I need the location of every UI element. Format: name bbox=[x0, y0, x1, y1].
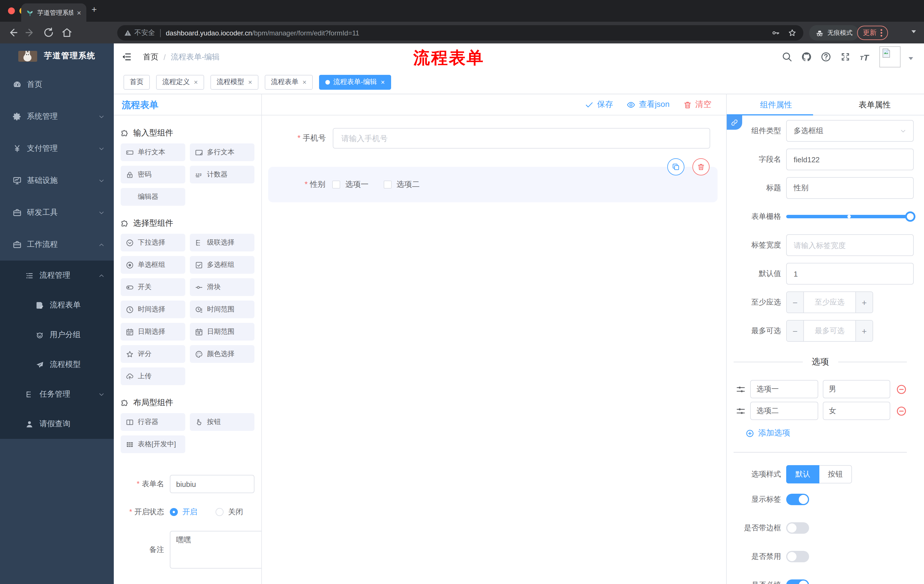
reload-icon[interactable] bbox=[43, 27, 54, 38]
component-date-picker[interactable]: 日期选择 bbox=[120, 323, 185, 341]
sidebar-logo[interactable]: 芋道管理系统 bbox=[0, 43, 114, 69]
sidebar-item-process-form[interactable]: 流程表单 bbox=[0, 290, 114, 320]
component-counter[interactable]: 123计数器 bbox=[190, 166, 254, 183]
sidebar-item-home[interactable]: 首页 bbox=[0, 69, 114, 100]
status-on-radio[interactable]: 开启 bbox=[170, 507, 197, 517]
checkbox[interactable] bbox=[383, 181, 391, 189]
sidebar-item-process-management[interactable]: 流程管理 bbox=[0, 261, 114, 290]
option-value-input[interactable] bbox=[823, 380, 890, 398]
remark-textarea[interactable]: 嘿嘿 bbox=[170, 531, 262, 569]
back-icon[interactable] bbox=[7, 27, 18, 38]
chevron-down-icon[interactable] bbox=[911, 30, 916, 33]
tag-close-icon[interactable]: × bbox=[381, 78, 385, 86]
show-label-toggle[interactable] bbox=[786, 494, 809, 505]
breadcrumb-home[interactable]: 首页 bbox=[143, 52, 158, 62]
component-color-picker[interactable]: 颜色选择 bbox=[190, 345, 254, 363]
tag-process-model[interactable]: 流程模型 × bbox=[210, 74, 259, 89]
component-upload[interactable]: 上传 bbox=[120, 367, 185, 385]
gender-option-1[interactable]: 选项一 bbox=[332, 179, 368, 190]
component-table[interactable]: 表格[开发中] bbox=[120, 436, 185, 453]
tag-process-definition[interactable]: 流程定义 × bbox=[156, 74, 204, 89]
stepper-placeholder[interactable]: 最多可选 bbox=[804, 321, 855, 341]
sidebar-item-payment[interactable]: 支付管理 bbox=[0, 133, 114, 165]
tag-close-icon[interactable]: × bbox=[302, 78, 307, 86]
tab-form-props[interactable]: 表单属性 bbox=[825, 94, 924, 115]
default-value-input[interactable] bbox=[786, 263, 914, 285]
style-button-button[interactable]: 按钮 bbox=[819, 465, 852, 484]
help-icon[interactable] bbox=[820, 51, 832, 62]
browser-tab[interactable]: 芋道管理系统 × bbox=[21, 3, 86, 22]
component-date-range[interactable]: 日期范围 bbox=[190, 323, 254, 341]
component-switch[interactable]: 开关 bbox=[120, 278, 185, 296]
slider-handle[interactable] bbox=[905, 211, 916, 222]
tag-close-icon[interactable]: × bbox=[194, 78, 198, 86]
sidebar-item-leave-query[interactable]: 请假查询 bbox=[0, 409, 114, 439]
sidebar-item-task-management[interactable]: 任务管理 bbox=[0, 380, 114, 409]
component-dropdown[interactable]: 下拉选择 bbox=[120, 234, 185, 252]
sidebar-item-devtools[interactable]: 研发工具 bbox=[0, 197, 114, 229]
option-value-input[interactable] bbox=[823, 402, 890, 420]
search-icon[interactable] bbox=[782, 51, 792, 62]
save-button[interactable]: 保存 bbox=[585, 99, 613, 110]
forward-icon[interactable] bbox=[25, 27, 36, 38]
not-secure-label[interactable]: 不安全 bbox=[134, 28, 155, 38]
component-time-range[interactable]: 时间范围 bbox=[190, 301, 254, 318]
plus-button[interactable]: + bbox=[855, 321, 873, 341]
component-multi-line-text[interactable]: 多行文本 bbox=[190, 143, 254, 161]
component-radio-group[interactable]: 单选框组 bbox=[120, 256, 185, 274]
border-toggle[interactable] bbox=[786, 522, 809, 534]
title-input[interactable] bbox=[786, 177, 914, 199]
disabled-toggle[interactable] bbox=[786, 551, 809, 562]
sidebar-item-workflow[interactable]: 工作流程 bbox=[0, 229, 114, 261]
component-editor[interactable]: 编辑器 bbox=[120, 188, 185, 206]
field-name-input[interactable] bbox=[786, 148, 914, 170]
tag-close-icon[interactable]: × bbox=[248, 78, 252, 86]
new-tab-button[interactable]: + bbox=[91, 5, 97, 15]
minus-button[interactable]: − bbox=[787, 321, 804, 341]
password-key-icon[interactable] bbox=[771, 29, 780, 37]
component-row-container[interactable]: 行容器 bbox=[120, 413, 185, 431]
gender-option-2[interactable]: 选项二 bbox=[383, 179, 420, 190]
component-single-line-text[interactable]: 单行文本 bbox=[120, 143, 185, 161]
form-name-input[interactable] bbox=[170, 475, 254, 493]
view-json-button[interactable]: 查看json bbox=[627, 99, 670, 110]
component-type-select[interactable]: 多选框组 bbox=[786, 120, 914, 142]
style-default-button[interactable]: 默认 bbox=[786, 465, 819, 484]
bookmark-star-icon[interactable] bbox=[788, 29, 797, 37]
component-checkbox-group[interactable]: 多选框组 bbox=[190, 256, 254, 274]
component-button[interactable]: 按钮 bbox=[190, 413, 254, 431]
tag-process-form-edit[interactable]: 流程表单-编辑 × bbox=[319, 74, 391, 89]
component-slider[interactable]: 滑块 bbox=[190, 278, 254, 296]
remove-option-icon[interactable] bbox=[896, 405, 907, 416]
fullscreen-icon[interactable] bbox=[840, 51, 851, 62]
checkbox[interactable] bbox=[332, 181, 340, 189]
not-secure-icon[interactable] bbox=[124, 29, 132, 36]
option-label-input[interactable] bbox=[750, 402, 818, 420]
component-cascader[interactable]: 级联选择 bbox=[190, 234, 254, 252]
form-grid-slider[interactable] bbox=[786, 206, 914, 227]
address-bar[interactable]: 不安全 dashboard.yudao.iocoder.cn/bpm/manag… bbox=[117, 25, 804, 41]
browser-update-button[interactable]: 更新 bbox=[857, 26, 888, 40]
sidebar-collapse-icon[interactable] bbox=[121, 51, 132, 62]
max-select-stepper[interactable]: − 最多可选 + bbox=[786, 320, 873, 342]
label-width-input[interactable] bbox=[786, 234, 914, 256]
add-option-button[interactable]: 添加选项 bbox=[746, 428, 914, 438]
browser-menu-icon[interactable] bbox=[881, 29, 882, 36]
sidebar-item-system[interactable]: 系统管理 bbox=[0, 100, 114, 133]
component-password[interactable]: 密码 bbox=[120, 166, 185, 183]
drag-handle-icon[interactable] bbox=[736, 406, 746, 416]
tag-home[interactable]: 首页 bbox=[124, 74, 150, 89]
tag-process-form[interactable]: 流程表单 × bbox=[265, 74, 313, 89]
stepper-placeholder[interactable]: 至少应选 bbox=[804, 292, 855, 313]
sidebar-item-process-model[interactable]: 流程模型 bbox=[0, 350, 114, 380]
link-field-button[interactable] bbox=[727, 115, 742, 130]
tab-component-props[interactable]: 组件属性 bbox=[727, 94, 825, 115]
status-off-radio[interactable]: 关闭 bbox=[216, 507, 243, 517]
sidebar-item-infrastructure[interactable]: 基础设施 bbox=[0, 165, 114, 197]
tab-close-icon[interactable]: × bbox=[77, 8, 81, 17]
avatar[interactable] bbox=[879, 46, 901, 67]
required-toggle[interactable] bbox=[786, 579, 809, 584]
canvas-field-gender-selected[interactable]: 性别 选项一 选项二 bbox=[268, 167, 718, 202]
clear-button[interactable]: 清空 bbox=[683, 99, 711, 110]
phone-input[interactable] bbox=[333, 128, 710, 148]
